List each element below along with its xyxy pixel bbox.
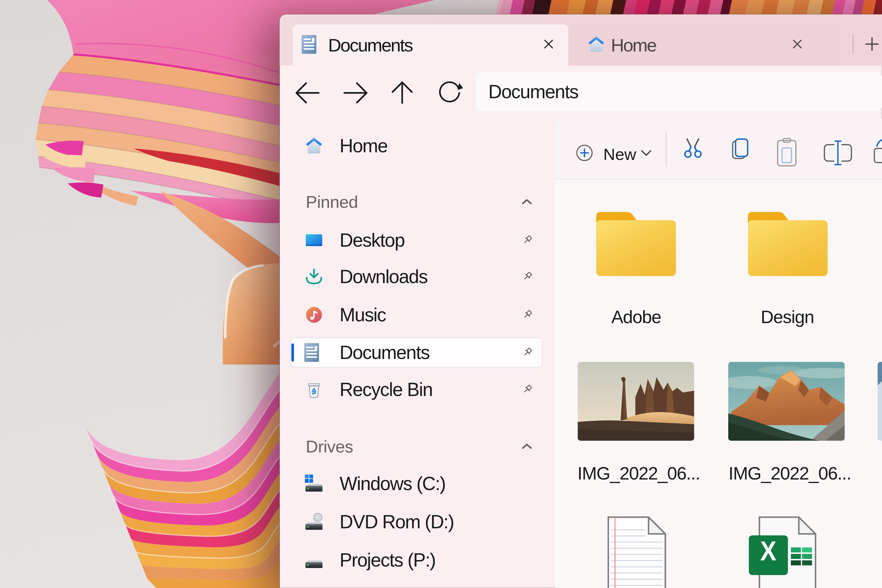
svg-text:X: X (760, 536, 776, 566)
